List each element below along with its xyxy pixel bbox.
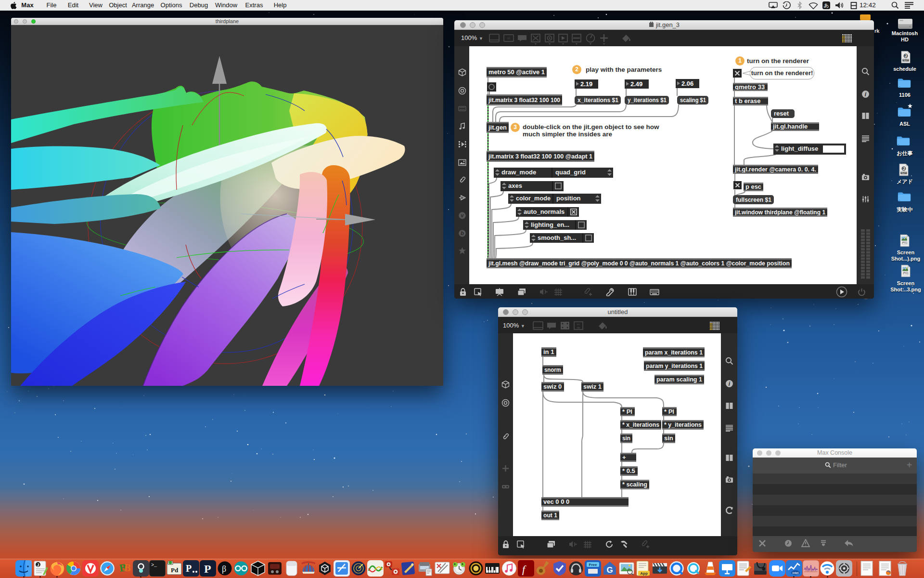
svg-text:P: P: [204, 563, 211, 575]
svg-text:intel: intel: [793, 571, 799, 575]
svg-text:β: β: [222, 564, 226, 574]
svg-text:>_: >_: [151, 563, 157, 568]
svg-text:///: ///: [507, 37, 510, 40]
svg-text:B: B: [123, 561, 132, 574]
svg-text:G: G: [606, 565, 613, 575]
svg-text:J: J: [37, 563, 39, 567]
svg-text:Pd: Pd: [171, 566, 179, 574]
svg-text:b: b: [461, 230, 464, 236]
svg-text:P: P: [186, 563, 192, 574]
svg-text:de: de: [577, 326, 580, 329]
svg-text:co: co: [577, 323, 580, 326]
svg-text:App: App: [640, 571, 648, 576]
svg-text:Free: Free: [589, 563, 597, 567]
